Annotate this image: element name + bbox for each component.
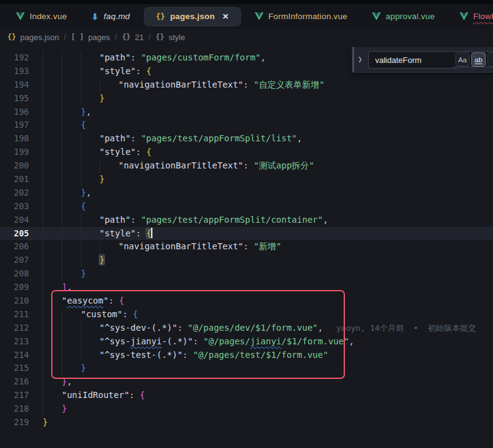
code-text[interactable]: } [81, 267, 86, 281]
code-line[interactable]: 216}, [0, 375, 493, 389]
code-line[interactable]: 213"^sys-jianyi-(.*)": "@/pages/jianyi/$… [0, 335, 493, 349]
code-line[interactable]: 217"uniIdRouter": { [0, 389, 493, 402]
whole-word-button[interactable]: ab [471, 52, 486, 67]
line-number[interactable]: 197 [0, 118, 29, 132]
code-text[interactable]: "uniIdRouter": { [62, 389, 145, 402]
line-number[interactable]: 209 [0, 281, 29, 294]
line-number[interactable]: 217 [0, 389, 29, 402]
line-number[interactable]: 211 [0, 308, 29, 321]
code-text[interactable]: }, [81, 106, 91, 119]
code-text[interactable]: } [99, 92, 104, 106]
line-number[interactable]: 213 [0, 335, 29, 349]
line-number[interactable]: 205 [0, 227, 29, 241]
tab-approval-vue[interactable]: approval.vue [360, 7, 447, 27]
tab-faq-md[interactable]: ⬇ faq.md [79, 7, 142, 27]
code-line[interactable]: 212"^sys-dev-(.*)": "@/pages/dev/$1/form… [0, 321, 493, 335]
code-text[interactable]: { [81, 200, 86, 214]
line-number[interactable]: 206 [0, 240, 29, 254]
code-text[interactable]: "path": "pages/test/appFormSplit/list", [99, 132, 302, 146]
code-line[interactable]: 196}, [0, 106, 493, 119]
line-number[interactable]: 198 [0, 132, 29, 146]
find-resize-sash[interactable] [352, 47, 354, 72]
code-text[interactable]: "^sys-dev-(.*)": "@/pages/dev/$1/form.vu… [99, 321, 323, 335]
code-line[interactable]: 200"navigationBarTitleText": "测试app拆分" [0, 159, 493, 173]
code-line[interactable]: 197{ [0, 118, 493, 132]
line-number[interactable]: 218 [0, 402, 29, 416]
line-number[interactable]: 215 [0, 362, 29, 375]
code-line[interactable]: 215} [0, 362, 493, 375]
code-text[interactable]: "path": "pages/customForm/form", [99, 51, 266, 65]
line-number[interactable]: 192 [0, 51, 29, 65]
code-text[interactable]: ], [62, 281, 72, 294]
code-line[interactable]: 214"^sys-test-(.*)": "@/pages/test/$1/fo… [0, 349, 493, 362]
code-editor[interactable]: 192"path": "pages/customForm/form",193"s… [0, 46, 493, 448]
breadcrumb-item-style[interactable]: {} style [155, 33, 185, 42]
line-number[interactable]: 212 [0, 321, 29, 335]
line-number[interactable]: 194 [0, 78, 29, 92]
line-number[interactable]: 210 [0, 294, 29, 308]
line-number[interactable]: 201 [0, 173, 29, 186]
code-text[interactable]: "navigationBarTitleText": "自定义表单新增" [118, 78, 325, 92]
line-number[interactable]: 214 [0, 349, 29, 362]
code-line[interactable]: 208} [0, 267, 493, 281]
code-line[interactable]: 209], [0, 281, 493, 294]
code-text[interactable]: } [99, 173, 104, 186]
code-line[interactable]: 195} [0, 92, 493, 106]
code-line[interactable]: 219} [0, 416, 493, 429]
code-text[interactable]: "style": { [99, 146, 151, 159]
code-line[interactable]: 198"path": "pages/test/appFormSplit/list… [0, 132, 493, 146]
code-text[interactable]: "^sys-jianyi-(.*)": "@/pages/jianyi/$1/f… [99, 335, 354, 349]
line-number[interactable]: 193 [0, 65, 29, 78]
line-number[interactable]: 207 [0, 254, 29, 267]
breadcrumb-item-pages[interactable]: [ ] pages [71, 33, 110, 42]
code-text[interactable]: "custom": { [81, 308, 138, 321]
line-number[interactable]: 219 [0, 416, 29, 429]
code-line[interactable]: 211"custom": { [0, 308, 493, 321]
code-line[interactable]: 206"navigationBarTitleText": "新增" [0, 240, 493, 254]
code-line[interactable]: 203{ [0, 200, 493, 214]
line-number[interactable]: 196 [0, 106, 29, 119]
close-icon[interactable]: ✕ [222, 12, 228, 21]
code-text[interactable]: } [81, 362, 86, 375]
code-line[interactable]: 202}, [0, 186, 493, 200]
match-case-button[interactable]: Aa [455, 52, 470, 67]
code-text[interactable]: "navigationBarTitleText": "新增" [118, 240, 281, 254]
code-text[interactable]: "style": { [99, 227, 152, 241]
find-expand-chevron-icon[interactable]: ❯ [358, 55, 362, 64]
code-text[interactable]: }, [62, 375, 72, 389]
line-number[interactable]: 216 [0, 375, 29, 389]
line-number[interactable]: 200 [0, 159, 29, 173]
code-line[interactable]: 205"style": { [0, 227, 493, 241]
code-text[interactable]: } [62, 402, 67, 416]
code-line[interactable]: 204"path": "pages/test/appFormSplit/cont… [0, 214, 493, 227]
regex-button[interactable]: .* [487, 52, 493, 67]
code-text[interactable]: "^sys-test-(.*)": "@/pages/test/$1/form.… [99, 349, 328, 362]
tab-pages-json[interactable]: {} pages.json ✕ [144, 7, 241, 27]
code-text[interactable]: { [81, 118, 86, 132]
tab-index-vue[interactable]: Index.vue [4, 7, 79, 27]
code-line[interactable]: 218} [0, 402, 493, 416]
line-number[interactable]: 199 [0, 146, 29, 159]
code-text[interactable]: "style": { [99, 65, 151, 78]
line-number[interactable]: 208 [0, 267, 29, 281]
breadcrumb-item-file[interactable]: {} pages.json [7, 33, 59, 42]
line-number[interactable]: 202 [0, 186, 29, 200]
line-number[interactable]: 195 [0, 92, 29, 106]
breadcrumb-item-21[interactable]: {} 21 [122, 33, 144, 42]
tab-forminformation-vue[interactable]: FormInformation.vue [242, 7, 360, 27]
code-line[interactable]: 210"easycom": { [0, 294, 493, 308]
code-text[interactable]: } [99, 254, 104, 267]
code-text[interactable]: "navigationBarTitleText": "测试app拆分" [118, 159, 314, 173]
code-line[interactable]: 207} [0, 254, 493, 267]
code-text[interactable]: }, [81, 186, 91, 200]
code-line[interactable]: 201} [0, 173, 493, 186]
code-text[interactable]: "easycom": { [62, 294, 124, 308]
find-input[interactable]: validateForm [368, 51, 459, 68]
line-number[interactable]: 204 [0, 214, 29, 227]
line-number[interactable]: 203 [0, 200, 29, 214]
code-line[interactable]: 199"style": { [0, 146, 493, 159]
code-text[interactable]: } [43, 416, 48, 429]
code-line[interactable]: 194"navigationBarTitleText": "自定义表单新增" [0, 78, 493, 92]
code-text[interactable]: "path": "pages/test/appFormSplit/contain… [99, 214, 328, 227]
tab-flowinfo-vue[interactable]: FlowInfo.vu [447, 7, 493, 27]
